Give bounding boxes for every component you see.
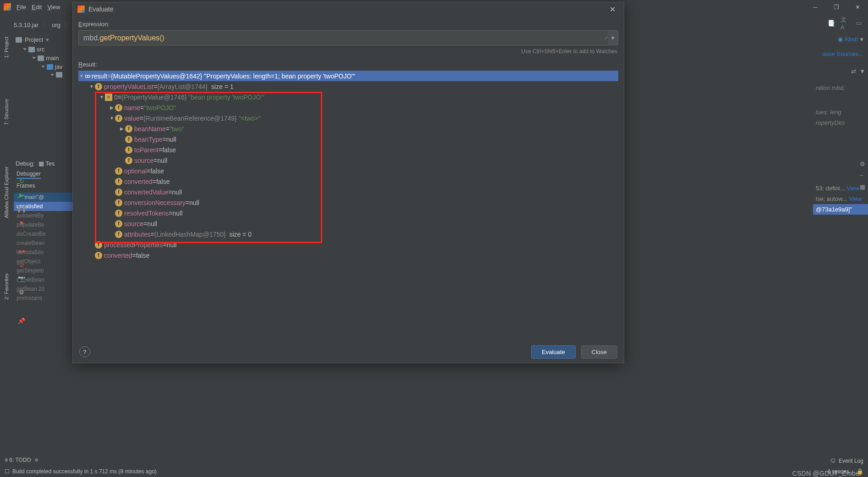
menu-edit[interactable]: Edit <box>32 4 42 11</box>
tab-project[interactable]: 1: Project <box>4 37 9 58</box>
debug-config[interactable]: ▦ Tes <box>38 160 55 167</box>
folder-icon <box>56 72 62 78</box>
window-controls: ─ ❐ ✕ <box>805 0 868 14</box>
selected-var[interactable]: @73a1e9a9]" <box>813 204 868 215</box>
field-icon: f <box>115 167 122 175</box>
project-icon <box>16 37 22 43</box>
history-dropdown[interactable]: ▾ <box>608 30 618 45</box>
menu-file[interactable]: FFileile <box>16 4 26 11</box>
result-row[interactable]: f resolvedTokens = null <box>78 208 618 218</box>
field-icon: f <box>125 136 132 143</box>
field-icon: f <box>115 220 122 227</box>
event-log-tab[interactable]: 🗨 Event Log <box>830 458 863 464</box>
tree-node-java[interactable]: jav <box>14 62 73 71</box>
watermark: CSDN @GDUT_Ember <box>792 470 862 477</box>
breakpoints-icon[interactable]: ●● <box>17 247 26 255</box>
expression-input[interactable]: mbd.getPropertyValues() <box>78 30 610 45</box>
object-icon: oo <box>85 73 90 79</box>
pause-icon[interactable]: ❚❚ <box>17 205 26 213</box>
rerun-icon[interactable]: ↻ <box>17 177 26 185</box>
help-button[interactable]: ? <box>79 346 90 357</box>
result-tree[interactable]: ▼ oo result = {MutablePropertyValues@164… <box>78 71 618 336</box>
filter-icon[interactable]: ⇄ <box>851 68 856 75</box>
project-tool-header[interactable]: Project ▾ <box>14 34 73 45</box>
result-row[interactable]: ▶ f name = "twoPOJO" <box>78 102 618 113</box>
gear-icon[interactable]: ⚙ <box>860 161 865 167</box>
tree-node-main[interactable]: main <box>14 54 73 62</box>
result-row[interactable]: f toParent = false <box>78 144 618 155</box>
ide-root: FFileile Edit View ─ ❐ ✕ 5.3.10.jar〉 org… <box>0 0 868 477</box>
field-icon: f <box>125 157 132 164</box>
close-window-button[interactable]: ✕ <box>847 0 868 14</box>
layout-icon[interactable]: ▦ <box>860 183 865 190</box>
settings-icon[interactable]: ⚙ <box>17 288 26 296</box>
result-row[interactable]: ▼ f value = {RuntimeBeanReference@1749} … <box>78 113 618 123</box>
result-row-root[interactable]: ▼ oo result = {MutablePropertyValues@164… <box>78 71 618 81</box>
result-row[interactable]: f converted = false <box>78 250 618 261</box>
pin-icon[interactable]: 📌 <box>17 316 26 325</box>
minimize-button[interactable]: ─ <box>805 0 826 14</box>
right-toolbar: 📑 文A ▭ <box>827 18 863 28</box>
result-row[interactable]: f attributes = {LinkedHashMap@1750} size… <box>78 229 618 239</box>
menu-view[interactable]: View <box>47 4 60 11</box>
field-icon: f <box>115 199 122 206</box>
result-row[interactable]: f source = null <box>78 218 618 229</box>
result-row[interactable]: f beanType = null <box>78 134 618 144</box>
evaluate-dialog: Evaluate ✕ Expression: mbd.getPropertyVa… <box>72 2 624 363</box>
field-icon: f <box>125 146 132 154</box>
result-row[interactable]: f convertedValue = null <box>78 187 618 197</box>
field-icon: f <box>95 241 102 249</box>
todo-tab[interactable]: ≡ 6: TODO <box>5 457 31 463</box>
view-link[interactable]: View <box>849 195 862 202</box>
shortcut-hint: Use Ctrl+Shift+Enter to add to Watches <box>79 48 617 55</box>
result-row[interactable]: ▼ f propertyValueList = {ArrayList@1744}… <box>78 81 618 92</box>
result-row[interactable]: ▼ ≡ 0 = {PropertyValue@1746} "bean prope… <box>78 92 618 102</box>
evaluate-button[interactable]: Evaluate <box>531 345 576 359</box>
breadcrumb-jar[interactable]: 5.3.10.jar <box>14 22 38 28</box>
dialog-close-button[interactable]: ✕ <box>605 2 619 16</box>
status-bar: ☐ Build completed successfully in 1 s 71… <box>0 466 868 477</box>
camera-icon[interactable]: 📷 <box>17 274 26 283</box>
mute-bp-icon[interactable]: ⊘ <box>17 261 26 269</box>
result-row[interactable]: f converted = false <box>78 176 618 187</box>
tab-structure[interactable]: 7: Structure <box>4 99 9 125</box>
terminal-icon[interactable]: ≡ <box>35 457 38 463</box>
minus-icon[interactable]: − <box>860 172 865 179</box>
field-icon: f <box>115 104 122 111</box>
result-row[interactable]: f processedProperties = null <box>78 239 618 250</box>
field-icon: f <box>115 210 122 217</box>
result-row[interactable]: f conversionNecessary = null <box>78 197 618 208</box>
expand-icon[interactable]: ⤢ <box>600 30 608 45</box>
editor-right-edge: ⇄ ▼ nition mbd, lues: leng ropertyDes ⚙ … <box>813 32 868 477</box>
intellij-logo-icon <box>4 3 11 11</box>
folder-icon <box>47 64 53 70</box>
bottom-toolbar: ≡ 6: TODO ≡ <box>0 454 868 466</box>
translate-icon[interactable]: 文A <box>841 18 850 28</box>
dialog-titlebar: Evaluate ✕ <box>73 2 624 16</box>
field-icon: f <box>95 252 102 259</box>
result-row[interactable]: ▶ f beanName = "two" <box>78 123 618 134</box>
field-icon: f <box>95 83 102 90</box>
maximize-button[interactable]: ❐ <box>826 0 847 14</box>
stop-icon[interactable]: ■ <box>17 218 26 227</box>
tab-alibaba[interactable]: Alibaba Cloud Explorer <box>4 166 9 218</box>
breadcrumb-pkg[interactable]: org <box>52 22 60 28</box>
presentation-icon[interactable]: ▭ <box>854 18 863 28</box>
tree-node-child[interactable] <box>14 71 73 78</box>
tree-node-src[interactable]: src <box>14 45 73 54</box>
result-row[interactable]: f source = null <box>78 155 618 166</box>
funnel-icon[interactable]: ▼ <box>859 68 865 75</box>
folder-icon <box>28 47 35 52</box>
resume-icon[interactable]: ▶ <box>17 191 26 199</box>
element-icon: ≡ <box>105 94 112 101</box>
tab-favorites[interactable]: 2: Favorites <box>4 273 9 300</box>
intellij-logo-icon <box>77 6 85 13</box>
field-icon: f <box>115 178 122 185</box>
close-button[interactable]: Close <box>581 345 617 359</box>
debug-toolbar: ↻ ▶ ❚❚ ■ ●● ⊘ 📷 ⚙ 📌 <box>14 174 29 327</box>
status-icon: ☐ <box>5 468 10 475</box>
result-row[interactable]: f optional = false <box>78 166 618 176</box>
result-label: Result: <box>78 61 618 68</box>
view-link[interactable]: View <box>846 185 859 192</box>
open-files-icon[interactable]: 📑 <box>827 18 836 28</box>
